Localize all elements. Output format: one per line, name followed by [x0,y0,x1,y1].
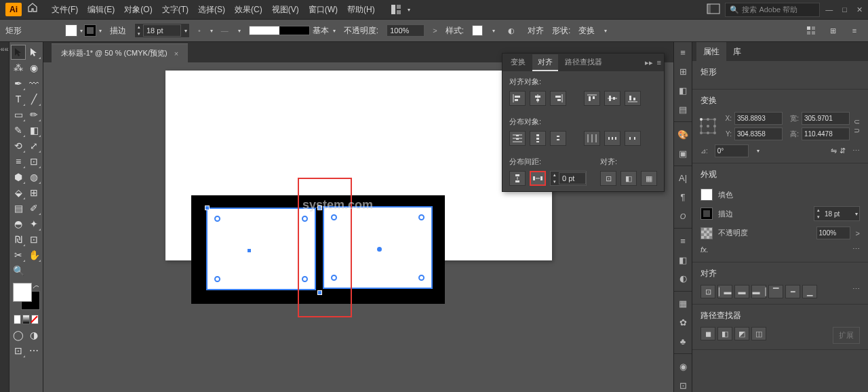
dock-symbol-icon[interactable]: ♣ [676,335,690,349]
direct-selection-tool[interactable] [26,45,41,60]
more-transform-icon[interactable]: ⋯ [852,146,860,155]
align-tab-transform[interactable]: 变换 [505,54,531,71]
color-mode-icon[interactable] [14,315,21,324]
menu-effect[interactable]: 效果(C) [231,1,267,18]
fill-swatch[interactable] [65,24,77,37]
prop-align-bottom[interactable]: ▁ [802,285,817,298]
brush-preview[interactable] [249,26,310,35]
shape-builder-tool[interactable]: ⬢ [11,170,26,184]
slice-tool[interactable]: ✂ [11,248,26,262]
stroke-swatch-prop[interactable] [701,208,713,220]
line-tool[interactable]: ╱ [26,92,41,106]
dist-space-h-icon[interactable] [530,171,546,186]
props-tab-libraries[interactable]: 库 [726,42,748,62]
align-left-icon[interactable] [509,91,526,106]
workspace-switcher-icon[interactable] [707,4,719,15]
w-input[interactable] [802,112,850,125]
dock-stroke-icon[interactable]: ≡ [676,234,690,248]
pathfinder-exclude[interactable]: ◫ [751,327,766,340]
type-tool[interactable]: T [11,92,26,106]
pathfinder-unite[interactable]: ◼ [701,327,715,340]
dock-appear-icon[interactable]: ▦ [676,297,690,311]
blend-tool[interactable]: ◓ [11,216,26,231]
reference-point-icon[interactable] [701,119,715,134]
selection-tool[interactable] [11,45,26,60]
dock-char-icon[interactable]: A| [676,172,690,185]
gradient-mode-icon[interactable] [22,315,30,324]
dock-color-icon[interactable]: 🎨 [676,128,690,141]
fill-swatch-prop[interactable] [701,189,713,201]
screen-mode-icon[interactable]: ⊡ [11,343,26,358]
lasso-tool[interactable]: ◉ [26,60,41,75]
prop-align-to-icon[interactable]: ⊡ [701,285,715,298]
eyedropper-tool[interactable]: ✐ [26,201,41,216]
dock-pathfinder-icon[interactable]: ◧ [676,84,690,98]
align-bottom-icon[interactable] [625,91,641,106]
free-transform-tool[interactable]: ⊡ [26,154,41,169]
artboard-tool[interactable]: ⊡ [26,232,41,247]
dist-right-icon[interactable] [625,131,641,146]
dist-vcenter-icon[interactable] [530,131,546,146]
recolor-icon[interactable]: ◐ [503,22,519,39]
align-tab-pathfinder[interactable]: 路径查找器 [559,54,608,71]
dock-layers-icon[interactable]: ▤ [676,102,690,116]
hand-tool[interactable]: ✋ [26,248,41,262]
menu-object[interactable]: 对象(O) [120,1,156,18]
edit-toolbar-icon[interactable]: ⋯ [26,343,41,358]
prop-align-hc[interactable]: ▬ [734,285,749,298]
rectangle-tool[interactable]: ▭ [11,107,26,122]
dock-guides-icon[interactable]: ⊞ [676,65,690,79]
curvature-tool[interactable]: 〰 [26,76,41,91]
align-to-selection-icon[interactable]: ⊡ [600,171,616,186]
menu-view[interactable]: 视图(V) [268,1,303,18]
edit-contents-icon[interactable]: ⊞ [825,22,841,39]
stroke-weight-stepper[interactable]: ▴▾ ▾ [134,23,190,38]
props-tab-properties[interactable]: 属性 [696,42,726,62]
dock-cc-icon[interactable]: ◉ [676,359,690,373]
shape-menu[interactable]: 形状: [552,25,570,37]
paintbrush-tool[interactable]: ✏ [26,107,41,122]
none-mode-icon[interactable] [31,315,39,324]
prop-align-left[interactable]: ▏▬ [717,285,732,298]
align-menu[interactable]: 对齐 [528,25,544,37]
gradient-tool[interactable]: ▤ [11,201,26,216]
magic-wand-tool[interactable]: ⁂ [11,60,26,75]
arrange-docs-icon[interactable]: ▾ [391,5,410,14]
opacity-input[interactable] [387,24,425,37]
eraser-tool[interactable]: ◧ [26,123,41,138]
collapse-strip[interactable]: «« [0,42,9,392]
y-input[interactable] [734,128,783,140]
stroke-stepper-prop[interactable]: ▴▾▾ [814,206,860,221]
menu-help[interactable]: 帮助(H) [343,1,379,18]
column-graph-tool[interactable]: ₪ [11,232,26,247]
link-wh-icon[interactable]: ⊂⊃ [854,117,860,135]
scale-tool[interactable]: ⤢ [26,138,41,153]
fill-stroke-swatch[interactable] [13,283,40,310]
mesh-tool[interactable]: ⊞ [26,185,41,200]
stroke-swatch[interactable] [84,24,96,37]
tab-close-icon[interactable]: × [174,50,178,58]
dock-brush-icon[interactable]: ✿ [676,316,690,330]
doc-tab[interactable]: 未标题-1* @ 50 % (CMYK/预览) × [52,43,188,62]
prefs-icon[interactable]: ≡ [846,22,863,39]
pathfinder-intersect[interactable]: ◩ [734,327,749,340]
dist-left-icon[interactable] [584,131,600,146]
opacity-input-prop[interactable] [816,227,850,239]
perspective-tool[interactable]: ⬙ [11,185,26,200]
dist-top-icon[interactable] [509,131,526,146]
isolate-icon[interactable] [803,22,819,39]
minimize-icon[interactable]: — [825,5,833,14]
dist-bottom-icon[interactable] [550,131,566,146]
close-icon[interactable]: ✕ [856,5,863,14]
spacing-input[interactable] [559,172,586,184]
dist-space-v-icon[interactable] [509,171,526,186]
h-input[interactable] [802,128,850,140]
width-tool[interactable]: ≡ [11,154,26,169]
symbol-sprayer-tool[interactable]: ✦ [26,216,41,231]
dock-swatches-icon[interactable]: ▣ [676,146,690,160]
menu-type[interactable]: 文字(T) [158,1,193,18]
dock-asset-icon[interactable]: ⊡ [676,378,690,392]
dock-glyph-icon[interactable]: O [676,210,690,223]
graphic-style-swatch[interactable] [472,25,483,36]
more-appearance-icon[interactable]: ⋯ [852,245,860,254]
